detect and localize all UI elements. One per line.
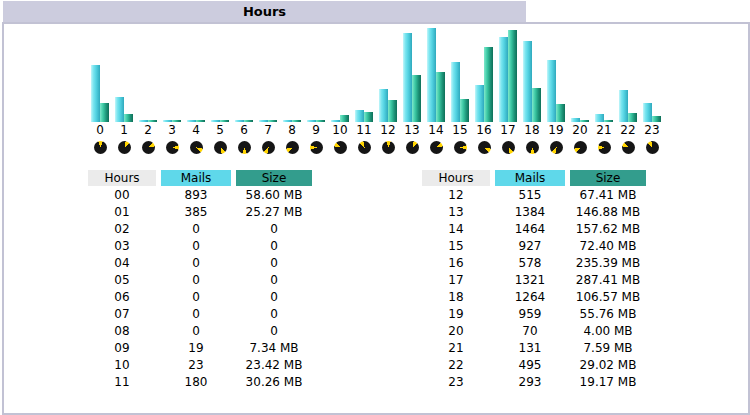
size-cell: 55.76 MB: [570, 305, 646, 322]
hour-label: 1: [120, 123, 128, 137]
hour-column: 22: [616, 26, 640, 154]
hours-cell: 12: [422, 186, 490, 203]
table-row: 0138525.27 MB: [88, 203, 312, 220]
report-panel: 01234567891011121314151617181920212223 H…: [2, 22, 750, 415]
hour-column: 15: [448, 26, 472, 154]
hours-cell: 11: [88, 373, 156, 390]
clock-icon: [646, 141, 659, 154]
hour-label: 0: [96, 123, 104, 137]
hour-bars: [235, 26, 253, 122]
size-bar: [244, 120, 253, 122]
hour-label: 2: [144, 123, 152, 137]
hour-label: 23: [644, 123, 659, 137]
hour-label: 18: [524, 123, 539, 137]
table-row: 1995955.76 MB: [422, 305, 646, 322]
hours-cell: 14: [422, 220, 490, 237]
hours-cell: 21: [422, 339, 490, 356]
hour-column: 5: [208, 26, 232, 154]
hours-tables: Hours Mails Size 0089358.60 MB0138525.27…: [4, 170, 748, 390]
table-row: 141464157.62 MB: [422, 220, 646, 237]
mails-bar: [187, 120, 196, 122]
hour-label: 9: [312, 123, 320, 137]
mails-bar: [595, 114, 604, 122]
mails-cell: 293: [495, 373, 565, 390]
hours-cell: 07: [88, 305, 156, 322]
hour-column: 16: [472, 26, 496, 154]
size-cell: 25.27 MB: [236, 203, 312, 220]
clock-icon: [406, 141, 419, 154]
mails-bar: [523, 41, 532, 122]
hour-label: 20: [572, 123, 587, 137]
hours-table-left: Hours Mails Size 0089358.60 MB0138525.27…: [83, 170, 317, 390]
table-row: 0400: [88, 254, 312, 271]
clock-icon: [310, 141, 323, 154]
hour-column: 12: [376, 26, 400, 154]
size-cell: 19.17 MB: [570, 373, 646, 390]
size-bar: [364, 112, 373, 122]
mails-bar: [547, 60, 556, 122]
col-header-mails: Mails: [495, 170, 565, 186]
hour-column: 0: [88, 26, 112, 154]
mails-bar: [331, 120, 340, 122]
size-cell: 287.41 MB: [570, 271, 646, 288]
mails-bar: [427, 28, 436, 122]
hour-column: 3: [160, 26, 184, 154]
clock-icon: [430, 141, 443, 154]
mails-cell: 1321: [495, 271, 565, 288]
page-title: Hours: [243, 4, 286, 19]
table-row: 20704.00 MB: [422, 322, 646, 339]
mails-bar: [307, 120, 316, 122]
table-row: 131384146.88 MB: [422, 203, 646, 220]
hour-label: 22: [620, 123, 635, 137]
mails-bar: [139, 120, 148, 122]
table-row: 0800: [88, 322, 312, 339]
hour-column: 4: [184, 26, 208, 154]
hour-label: 13: [404, 123, 419, 137]
col-header-mails: Mails: [161, 170, 231, 186]
hours-cell: 05: [88, 271, 156, 288]
hour-bars: [643, 26, 661, 122]
hour-bars: [283, 26, 301, 122]
hour-column: 21: [592, 26, 616, 154]
hours-cell: 19: [422, 305, 490, 322]
hours-cell: 18: [422, 288, 490, 305]
size-cell: 29.02 MB: [570, 356, 646, 373]
size-cell: 0: [236, 220, 312, 237]
table-row: 211317.59 MB: [422, 339, 646, 356]
size-cell: 67.41 MB: [570, 186, 646, 203]
size-bar: [220, 120, 229, 122]
clock-icon: [142, 141, 155, 154]
size-cell: 0: [236, 305, 312, 322]
size-cell: 7.59 MB: [570, 339, 646, 356]
hour-column: 23: [640, 26, 664, 154]
size-cell: 0: [236, 254, 312, 271]
col-header-size: Size: [570, 170, 646, 186]
size-cell: 146.88 MB: [570, 203, 646, 220]
clock-icon: [526, 141, 539, 154]
clock-icon: [358, 141, 371, 154]
table-row: 2249529.02 MB: [422, 356, 646, 373]
table-row: 0600: [88, 288, 312, 305]
hours-cell: 10: [88, 356, 156, 373]
size-bar: [124, 114, 133, 122]
tab-hours: Hours: [3, 1, 526, 22]
size-bar: [196, 120, 205, 122]
size-bar: [292, 120, 301, 122]
hour-column: 2: [136, 26, 160, 154]
hours-table-right: Hours Mails Size 1251567.41 MB131384146.…: [417, 170, 651, 390]
clock-icon: [118, 141, 131, 154]
mails-bar: [571, 118, 580, 122]
hour-bars: [547, 26, 565, 122]
mails-cell: 0: [161, 288, 231, 305]
mails-bar: [211, 120, 220, 122]
table-row: 2329319.17 MB: [422, 373, 646, 390]
mails-cell: 927: [495, 237, 565, 254]
mails-bar: [403, 33, 412, 122]
mails-bar: [283, 120, 292, 122]
hour-label: 16: [476, 123, 491, 137]
size-cell: 30.26 MB: [236, 373, 312, 390]
hour-bars: [427, 26, 445, 122]
hour-bars: [619, 26, 637, 122]
size-bar: [628, 113, 637, 122]
hour-bars: [307, 26, 325, 122]
